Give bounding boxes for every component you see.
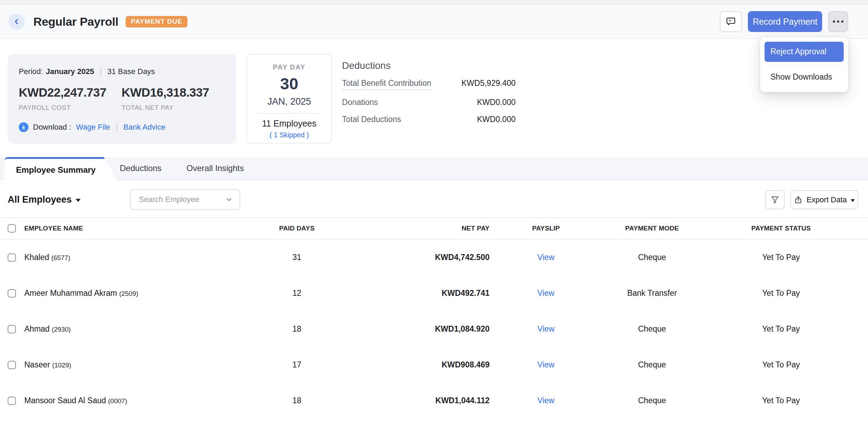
tab-employee-summary[interactable]: Employee Summary [5,157,117,181]
employee-name: Naseer [24,360,50,369]
employee-name: Ameer Muhammad Akram [24,289,117,298]
table-row: Ahmad(2930) 18 KWD1,084.920 View Cheque … [0,311,868,347]
caret-down-icon [76,199,81,202]
paid-days-cell: 17 [219,360,375,370]
payslip-view-link[interactable]: View [537,360,554,369]
net-pay-cell: KWD1,044.112 [375,396,490,405]
row-checkbox[interactable] [8,361,16,369]
export-data-button[interactable]: Export Data [790,190,858,209]
download-label: Download : [33,123,71,132]
paid-days-cell: 31 [219,253,375,262]
tab-bar: Employee Summary Deductions Overall Insi… [0,157,868,180]
employee-id: (1029) [52,362,71,369]
funnel-icon [770,195,780,205]
table-header-row: EMPLOYEE NAME PAID DAYS NET PAY PAYSLIP … [0,217,868,240]
paid-days-cell: 18 [219,396,375,405]
divider [100,67,101,76]
employee-id: (6577) [51,254,70,261]
row-checkbox[interactable] [8,289,16,298]
payroll-cost-label: PAYROLL COST [19,104,122,112]
total-benefit-contribution-label: Total Benefit Contribution [342,79,431,90]
net-pay-cell: KWD4,742.500 [375,253,490,262]
table-row: Naseer(1029) 17 KWD908.469 View Cheque Y… [0,347,868,383]
divider [257,113,322,114]
search-employee-input[interactable] [139,195,225,204]
period-value: January 2025 [46,67,94,76]
comment-icon [725,16,736,27]
select-all-checkbox[interactable] [8,224,16,233]
main-content: Period: January 2025 31 Base Days KWD22,… [0,40,868,422]
divider [116,123,117,132]
payment-mode-cell: Cheque [602,360,702,370]
pay-day-date: 30 [247,74,331,93]
download-icon [19,122,28,132]
menu-item-show-downloads[interactable]: Show Downloads [765,66,844,89]
payslip-view-link[interactable]: View [537,289,554,298]
skipped-count-link[interactable]: ( 1 Skipped ) [247,131,331,139]
employee-id: (0007) [108,397,127,405]
pay-day-month-year: JAN, 2025 [247,96,331,107]
col-employee-name: EMPLOYEE NAME [24,225,219,232]
table-row: Mansoor Saud Al Saud(0007) 18 KWD1,044.1… [0,383,868,419]
payslip-view-link[interactable]: View [537,396,554,405]
donations-label: Donations [342,98,378,107]
pay-day-label: PAY DAY [247,63,331,71]
employee-name: Khaled [24,253,49,262]
employee-id: (2509) [119,290,138,297]
col-payment-mode: PAYMENT MODE [602,225,702,232]
payment-status-cell: Yet To Pay [702,396,860,405]
row-checkbox[interactable] [8,397,16,405]
employee-filter-dropdown[interactable]: All Employees [8,194,81,205]
total-deductions-label: Total Deductions [342,115,401,124]
back-button[interactable] [8,14,25,30]
record-payment-button[interactable]: Record Payment [748,11,822,32]
base-days: 31 Base Days [107,67,155,76]
net-pay-cell: KWD492.741 [375,289,490,298]
export-icon [794,195,803,204]
ellipsis-icon [833,21,843,23]
total-net-pay-label: TOTAL NET PAY [122,104,224,112]
employee-filter-label: All Employees [8,194,72,205]
col-payment-status: PAYMENT STATUS [702,225,860,232]
page-title: Regular Payroll [33,15,118,29]
payment-mode-cell: Bank Transfer [602,289,702,298]
caret-down-icon [851,199,855,202]
payment-mode-cell: Cheque [602,396,702,405]
payment-mode-cell: Cheque [602,324,702,334]
menu-item-reject-approval[interactable]: Reject Approval [765,42,844,62]
payslip-view-link[interactable]: View [537,324,554,333]
page-header: Regular Payroll PAYMENT DUE Record Payme… [0,5,868,39]
period-label: Period: [19,67,43,76]
tab-overall-insights[interactable]: Overall Insights [186,163,244,173]
more-actions-button[interactable] [828,11,848,32]
browser-top-strip [0,0,868,5]
employee-search-select[interactable] [130,189,240,210]
filter-button[interactable] [765,190,785,209]
table-row: Ameer Muhammad Akram(2509) 12 KWD492.741… [0,275,868,311]
row-checkbox[interactable] [8,325,16,333]
donations-value: KWD0.000 [477,98,516,107]
employee-id: (2930) [52,326,71,333]
row-checkbox[interactable] [8,253,16,262]
header-actions: Record Payment [720,11,848,32]
payment-status-cell: Yet To Pay [702,360,860,370]
comments-button[interactable] [720,11,742,32]
bank-advice-link[interactable]: Bank Advice [123,123,165,132]
tab-deductions[interactable]: Deductions [120,163,161,173]
payment-status-cell: Yet To Pay [702,324,860,334]
pay-day-card: PAY DAY 30 JAN, 2025 11 Employees ( 1 Sk… [247,54,332,144]
payment-mode-cell: Cheque [602,253,702,262]
employee-name: Mansoor Saud Al Saud [24,396,106,405]
employee-table: EMPLOYEE NAME PAID DAYS NET PAY PAYSLIP … [0,217,868,419]
payment-status-cell: Yet To Pay [702,289,860,298]
net-pay-cell: KWD908.469 [375,360,490,370]
paid-days-cell: 18 [219,324,375,334]
deductions-title: Deductions [342,60,516,71]
deductions-summary: Deductions Total Benefit Contribution KW… [342,60,516,124]
col-paid-days: PAID DAYS [219,225,375,232]
wage-file-link[interactable]: Wage File [76,123,110,132]
export-data-label: Export Data [807,195,847,204]
col-net-pay: NET PAY [375,225,490,232]
status-badge: PAYMENT DUE [126,16,187,27]
payslip-view-link[interactable]: View [537,253,554,262]
